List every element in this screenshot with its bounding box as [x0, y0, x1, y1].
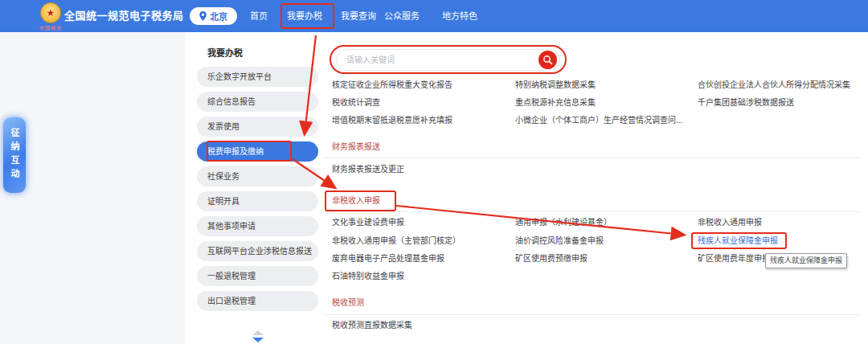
link-item[interactable]: 财务报表报送及更正	[332, 164, 404, 175]
sidebar-scroll-down-icon[interactable]	[252, 338, 264, 342]
sidebar-item-tax-declaration-selected[interactable]: 税费申报及缴纳	[197, 141, 318, 162]
sidebar-item-social-insurance[interactable]: 社保业务	[197, 166, 318, 186]
link-item[interactable]: 核定征收企业所得税重大变化报告	[332, 80, 452, 91]
sidebar-item-leqi-platform[interactable]: 乐企数字开放平台	[197, 67, 318, 87]
sidebar-scroll-up-icon[interactable]	[252, 330, 264, 335]
sidebar-item-invoice-use[interactable]: 发票使用	[197, 117, 318, 137]
link-item[interactable]: 特别纳税调整数据采集	[515, 80, 596, 91]
link-item[interactable]: 小微企业（个体工商户）生产经营情况调查问...	[515, 115, 682, 126]
divider	[325, 314, 860, 315]
location-pin-icon	[199, 11, 207, 21]
link-item[interactable]: 油价调控风险准备金申报	[515, 235, 604, 247]
page: ★ 中国税务 全国统一规范电子税务局 北京 首页 我要办税 我要查询 公众服务 …	[0, 0, 868, 344]
link-item[interactable]: 非税收入通用申报（主管部门核定）	[332, 235, 461, 247]
link-item[interactable]: 矿区使用费年度申报	[698, 253, 770, 264]
link-item[interactable]: 石油特别收益金申报	[332, 271, 404, 282]
nav-public-services[interactable]: 公众服务	[384, 0, 420, 32]
link-item[interactable]: 非税收入通用申报	[698, 217, 762, 228]
sidebar-item-comprehensive-info[interactable]: 综合信息报告	[197, 92, 318, 112]
search-icon[interactable]	[538, 51, 557, 69]
section-title-nontax-revenue: 非税收入申报	[332, 195, 380, 207]
link-item[interactable]: 税收预测直报数据采集	[332, 320, 412, 331]
link-item[interactable]: 矿区使用费预缴申报	[515, 253, 588, 264]
location-label: 北京	[210, 10, 227, 23]
site-title: 全国统一规范电子税务局	[64, 0, 184, 32]
nav-home[interactable]: 首页	[250, 0, 268, 32]
header-bar: ★ 中国税务 全国统一规范电子税务局 北京 首页 我要办税 我要查询 公众服务 …	[0, 0, 868, 32]
location-selector[interactable]: 北京	[190, 7, 237, 25]
section-title-financial-statements: 财务报表报送	[332, 141, 380, 153]
divider	[325, 211, 860, 212]
link-item[interactable]: 合伙创投企业法人合伙人所得分配情况采集	[698, 80, 850, 91]
link-item[interactable]: 通用申报（水利建设基金）	[515, 217, 612, 228]
sidebar-item-other-matters[interactable]: 其他事项申请	[197, 216, 318, 236]
link-item[interactable]: 增值税期末留抵退税意愿补充填报	[332, 115, 452, 126]
sidebar-item-export-refund[interactable]: 出口退税管理	[197, 291, 318, 311]
sidebar-item-certificate-issue[interactable]: 证明开具	[197, 191, 318, 211]
tax-emblem-logo: ★	[40, 2, 61, 23]
link-item[interactable]: 废弃电器电子产品处理基金申报	[332, 253, 444, 264]
section-title-tax-forecast: 税收预测	[332, 297, 364, 309]
hover-tooltip: 残疾人就业保障金申报	[765, 253, 847, 268]
sidebar-item-internet-platform-report[interactable]: 互联网平台企业涉税信息报送	[197, 241, 318, 261]
link-disability-employment-fund[interactable]: 残疾人就业保障金申报	[698, 235, 778, 247]
interaction-tab[interactable]: 征纳互动	[3, 117, 26, 193]
sidebar-item-general-refund[interactable]: 一般退税管理	[197, 266, 318, 286]
search-input[interactable]	[346, 50, 523, 70]
nav-local-features[interactable]: 地方特色	[442, 0, 477, 32]
link-item[interactable]: 重点税源补充信息采集	[515, 97, 596, 109]
sidebar-title: 我要办税	[207, 46, 243, 59]
link-item[interactable]: 税收统计调查	[332, 97, 380, 109]
divider	[325, 158, 860, 158]
nav-inquiry[interactable]: 我要查询	[341, 0, 376, 32]
keyword-search-box	[336, 49, 560, 71]
link-item[interactable]: 文化事业建设费申报	[332, 217, 404, 228]
link-item[interactable]: 千户集团基础涉税数据报送	[698, 97, 794, 109]
logo-caption: 中国税务	[35, 24, 66, 31]
nav-tax-services[interactable]: 我要办税	[287, 0, 322, 32]
